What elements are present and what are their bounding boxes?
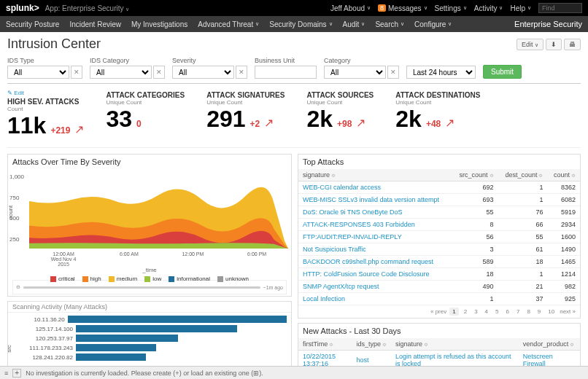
find-input[interactable] bbox=[538, 3, 582, 13]
panel-title: Top Attacks bbox=[298, 155, 580, 169]
ids-category-select[interactable]: All bbox=[90, 66, 152, 79]
table-row[interactable]: SNMP AgentX/tcp request49021982 bbox=[298, 281, 580, 293]
stats-row: ✎ EditHIGH SEV. ATTACKSCount11k+219↗ATTA… bbox=[7, 83, 581, 148]
splunk-logo: splunk> bbox=[6, 3, 39, 13]
table-row[interactable]: FTP:AUDIT:REP-INVALID-REPLY56551600 bbox=[298, 231, 580, 243]
app-menu[interactable]: App: Enterprise Security ∨ bbox=[45, 4, 130, 12]
scan-row[interactable]: 125.17.14.100 bbox=[18, 325, 287, 332]
prev-page[interactable]: « prev bbox=[430, 308, 446, 315]
scan-row[interactable]: 111.178.233.243 bbox=[18, 344, 287, 351]
legend-item[interactable]: medium bbox=[109, 276, 137, 282]
severity-select[interactable]: All bbox=[172, 66, 234, 79]
settings-menu[interactable]: Settings ∨ bbox=[435, 4, 467, 12]
topbar: splunk> App: Enterprise Security ∨ Jeff … bbox=[0, 0, 588, 16]
page-9[interactable]: 9 bbox=[535, 308, 543, 316]
nav-configure[interactable]: Configure ∨ bbox=[414, 20, 452, 28]
table-row[interactable]: WEB-MISC SSLv3 invalid data version atte… bbox=[298, 194, 580, 206]
panel-title: Scanning Activity (Many Attacks) bbox=[8, 302, 291, 313]
time-slider[interactable]: ⊖~1m ago bbox=[12, 280, 287, 294]
table-row[interactable]: ATTACK-RESPONSES 403 Forbidden8662934 bbox=[298, 219, 580, 231]
print-button[interactable]: 🖶 bbox=[564, 39, 581, 50]
legend-item[interactable]: informational bbox=[169, 276, 210, 282]
category-select[interactable]: All bbox=[324, 66, 386, 79]
clear-ids-type[interactable]: ✕ bbox=[71, 66, 82, 79]
page-2[interactable]: 2 bbox=[462, 308, 469, 316]
trend-arrow-icon: ↗ bbox=[445, 116, 454, 130]
next-page[interactable]: next » bbox=[560, 308, 576, 315]
trend-arrow-icon: ↗ bbox=[356, 116, 365, 130]
scan-row[interactable]: 10.11.36.20 bbox=[18, 316, 287, 323]
clear-category[interactable]: ✕ bbox=[387, 66, 399, 79]
page-7[interactable]: 7 bbox=[514, 308, 522, 316]
table-row[interactable]: DoS: Oracle 9i TNS OneByte DoS55765919 bbox=[298, 206, 580, 219]
stat-card[interactable]: ATTACK SOURCESUnique Count2k+98↗ bbox=[306, 90, 374, 137]
legend-item[interactable]: high bbox=[82, 276, 101, 282]
chart-legend: criticalhighmediumlowinformationalunknow… bbox=[11, 276, 288, 282]
time-range-select[interactable]: Last 24 hours bbox=[406, 66, 476, 79]
x-axis: 12:00 AMWed Nov 42015 6:00 AM 12:00 PM 6… bbox=[11, 251, 288, 267]
panel-title: New Attacks - Last 30 Days bbox=[298, 324, 580, 338]
activity-menu[interactable]: Activity ∨ bbox=[474, 4, 503, 12]
page-5[interactable]: 5 bbox=[493, 308, 500, 316]
business-unit-input[interactable] bbox=[255, 66, 317, 79]
clear-ids-category[interactable]: ✕ bbox=[153, 66, 165, 79]
investigation-bar: ≡ + No investigation is currently loaded… bbox=[0, 366, 588, 379]
legend-item[interactable]: critical bbox=[50, 276, 75, 282]
stat-card[interactable]: ✎ EditHIGH SEV. ATTACKSCount11k+219↗ bbox=[7, 90, 84, 137]
stat-card[interactable]: ATTACK CATEGORIESUnique Count330 bbox=[106, 90, 185, 137]
attacks-over-time-panel: Attacks Over Time By Severity 1,00075050… bbox=[7, 154, 292, 297]
page-title: Intrusion Center bbox=[7, 36, 101, 52]
table-row[interactable]: Local Infection137925 bbox=[298, 293, 580, 305]
pagination: « prev12345678910next » bbox=[298, 305, 580, 318]
trend-arrow-icon: ↗ bbox=[74, 122, 84, 136]
nav-security-domains[interactable]: Security Domains ∨ bbox=[269, 20, 332, 28]
user-menu[interactable]: Jeff Aboud ∨ bbox=[330, 4, 371, 12]
nav-incident-review[interactable]: Incident Review bbox=[69, 20, 121, 28]
messages-menu[interactable]: 8Messages ∨ bbox=[378, 4, 428, 12]
add-investigation-button[interactable]: + bbox=[12, 369, 21, 378]
status-message: No investigation is currently loaded. Pl… bbox=[26, 370, 263, 377]
export-pdf-button[interactable]: ⬇ bbox=[546, 39, 562, 50]
page-10[interactable]: 10 bbox=[546, 308, 557, 316]
legend-item[interactable]: unknown bbox=[217, 276, 249, 282]
stat-card[interactable]: ATTACK DESTINATIONSUnique Count2k+48↗ bbox=[395, 90, 480, 137]
scan-row[interactable]: 120.253.37.97 bbox=[18, 335, 287, 342]
page-3[interactable]: 3 bbox=[472, 308, 479, 316]
clear-severity[interactable]: ✕ bbox=[236, 66, 247, 79]
scan-row[interactable]: 128.241.220.82 bbox=[18, 353, 287, 361]
top-attacks-table: signature≎ src_count≎ dest_count≎ count≎… bbox=[298, 169, 580, 305]
page-6[interactable]: 6 bbox=[503, 308, 511, 316]
table-row[interactable]: BACKDOOR c99shell.php command request589… bbox=[298, 256, 580, 268]
nav-search[interactable]: Search ∨ bbox=[375, 20, 404, 28]
top-attacks-panel: Top Attacks signature≎ src_count≎ dest_c… bbox=[298, 154, 581, 319]
nav-audit[interactable]: Audit ∨ bbox=[343, 20, 365, 28]
edit-button[interactable]: Edit ∨ bbox=[517, 39, 543, 50]
expand-icon[interactable]: ≡ bbox=[4, 370, 8, 377]
stat-card[interactable]: ATTACK SIGNATURESUnique Count291+2↗ bbox=[206, 90, 285, 137]
area-chart bbox=[29, 172, 288, 249]
page-4[interactable]: 4 bbox=[483, 308, 490, 316]
table-row[interactable]: WEB-CGI calendar access69218362 bbox=[298, 181, 580, 194]
nav-security-posture[interactable]: Security Posture bbox=[6, 20, 59, 28]
submit-button[interactable]: Submit bbox=[483, 65, 522, 79]
app-title: Enterprise Security bbox=[514, 20, 582, 28]
nav-my-investigations[interactable]: My Investigations bbox=[131, 20, 187, 28]
table-row[interactable]: Not Suspicious Traffic3611490 bbox=[298, 243, 580, 256]
navbar: Security Posture Incident Review My Inve… bbox=[0, 16, 588, 32]
page-8[interactable]: 8 bbox=[525, 308, 532, 316]
nav-advanced-threat[interactable]: Advanced Threat ∨ bbox=[198, 20, 259, 28]
legend-item[interactable]: low bbox=[144, 276, 161, 282]
trend-arrow-icon: ↗ bbox=[264, 116, 274, 130]
zoom-out-icon[interactable]: ⊖ bbox=[16, 284, 20, 290]
help-menu[interactable]: Help ∨ bbox=[510, 4, 531, 12]
table-row[interactable]: HTTP: ColdFusion Source Code Disclosure1… bbox=[298, 268, 580, 281]
filter-bar: IDS TypeAll✕ IDS CategoryAll✕ SeverityAl… bbox=[7, 56, 581, 79]
panel-title: Attacks Over Time By Severity bbox=[8, 155, 291, 169]
ids-type-select[interactable]: All bbox=[7, 66, 69, 79]
page-1[interactable]: 1 bbox=[449, 308, 458, 316]
